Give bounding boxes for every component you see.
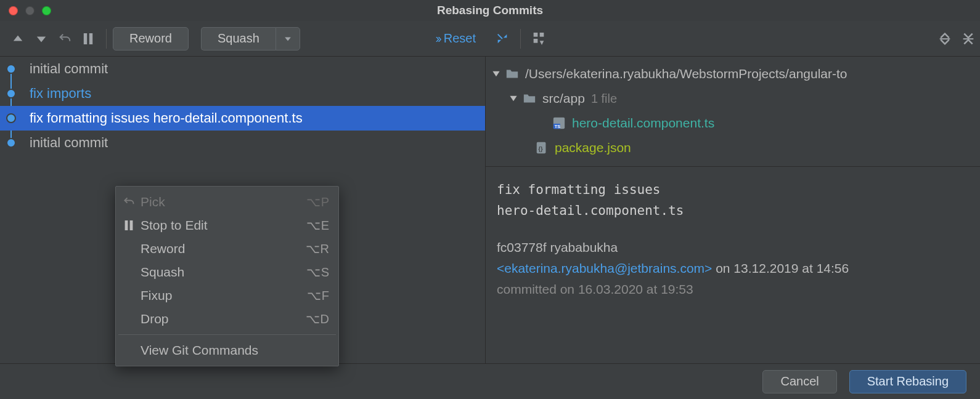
chevron-down-icon[interactable] [491,68,502,79]
commit-node-icon [6,64,16,74]
pause-icon [122,220,136,230]
menu-item-shortcut: ⌥F [307,288,330,303]
commit-full-message-line: hero-detail.component.ts [497,200,969,221]
chevron-down-icon[interactable] [508,93,519,104]
commit-row-selected[interactable]: fix formatting issues hero-detail.compon… [0,106,485,131]
undo-icon [122,196,136,208]
menu-item-label: View Git Commands [141,343,258,358]
menu-item-view-git-commands[interactable]: View Git Commands [116,339,338,362]
rebase-dialog: Rebasing Commits Reword Squash [0,0,980,399]
commit-committed-line: committed on 16.03.2020 at 19:53 [497,279,969,300]
collapse-merge-icon[interactable] [491,27,514,50]
commit-row[interactable]: initial commit [0,131,485,155]
squash-dropdown-icon[interactable] [276,27,300,50]
commit-row[interactable]: fix imports [0,81,485,106]
separator [106,29,107,49]
ts-file-icon: TS [552,116,566,130]
commit-author-email[interactable]: <ekaterina.ryabukha@jetbrains.com> [497,261,712,275]
commit-message: initial commit [30,135,108,151]
grid-view-icon[interactable] [527,27,550,50]
menu-item-shortcut: ⌥S [306,265,330,280]
tree-file-row[interactable]: {} package.json [491,135,974,160]
move-down-icon[interactable] [30,27,53,50]
menu-item-shortcut: ⌥P [306,195,330,209]
svg-text:TS: TS [555,124,560,129]
json-file-icon: {} [535,141,549,155]
move-up-icon[interactable] [6,27,30,50]
squash-button[interactable]: Squash [201,27,276,50]
commit-message: fix formatting issues hero-detail.compon… [30,110,303,126]
expand-all-icon[interactable] [933,27,957,50]
svg-rect-0 [84,33,87,44]
menu-item-drop[interactable]: Drop ⌥D [116,307,338,331]
tree-file-label: package.json [555,140,631,155]
tree-folder-row[interactable]: src/app 1 file [491,86,974,111]
svg-rect-3 [540,33,544,37]
menu-item-label: Squash [141,265,184,280]
start-rebasing-button[interactable]: Start Rebasing [849,370,966,393]
toolbar: Reword Squash ›› Reset [0,21,980,57]
commit-author-line: fc03778f ryababukha [497,237,969,258]
svg-rect-7 [125,220,128,230]
menu-item-label: Fixup [141,288,172,303]
commit-authored-date: on 13.12.2019 at 14:56 [712,261,849,275]
squash-split-button[interactable]: Squash [201,27,300,50]
tree-file-count: 1 file [591,92,617,106]
menu-item-shortcut: ⌥E [306,218,330,233]
menu-item-reword[interactable]: Reword ⌥R [116,237,338,260]
collapse-all-icon[interactable] [957,27,980,50]
commit-row[interactable]: initial commit [0,57,485,81]
cancel-button[interactable]: Cancel [762,370,836,393]
separator [520,29,521,49]
commit-message: fix imports [30,86,91,102]
menu-item-label: Stop to Edit [141,218,208,233]
commit-message: initial commit [30,61,108,77]
tree-file-row[interactable]: TS hero-detail.component.ts [491,111,974,135]
commit-list-pane: initial commit fix imports fix formattin… [0,57,486,363]
commit-node-icon [6,113,16,123]
menu-item-stop-to-edit[interactable]: Stop to Edit ⌥E [116,214,338,237]
commit-full-message-line: fix formatting issues [497,179,969,200]
menu-item-fixup[interactable]: Fixup ⌥F [116,284,338,307]
commit-node-icon [6,89,16,99]
reset-arrows-icon: ›› [435,31,439,46]
commit-author-email-line: <ekaterina.ryabukha@jetbrains.com> on 13… [497,258,969,279]
commit-details: fix formatting issues hero-detail.compon… [486,167,980,312]
menu-item-pick[interactable]: Pick ⌥P [116,190,338,214]
titlebar: Rebasing Commits [0,0,980,21]
context-menu: Pick ⌥P Stop to Edit ⌥E Reword ⌥R Squash [115,186,339,366]
tree-file-label: hero-detail.component.ts [572,116,714,131]
menu-separator [118,334,336,335]
svg-rect-2 [534,33,538,37]
tree-folder-label: src/app [542,91,585,106]
menu-item-squash[interactable]: Squash ⌥S [116,260,338,284]
commit-list: initial commit fix imports fix formattin… [0,57,485,155]
window-title: Rebasing Commits [0,4,980,17]
reset-link[interactable]: ›› Reset [435,31,476,46]
left-toolbar: Reword Squash ›› Reset [0,21,486,56]
tree-path-label: /Users/ekaterina.ryabukha/WebstormProjec… [525,66,847,81]
svg-rect-1 [89,33,92,44]
tree-root-row[interactable]: /Users/ekaterina.ryabukha/WebstormProjec… [491,62,974,86]
menu-item-label: Drop [141,312,169,326]
menu-item-label: Pick [141,195,165,209]
right-toolbar [486,21,980,56]
content-area: initial commit fix imports fix formattin… [0,57,980,363]
commit-node-icon [6,138,16,148]
commit-hash: fc03778f [497,240,547,254]
folder-icon [505,67,519,81]
svg-rect-4 [534,39,538,43]
svg-text:{}: {} [539,146,544,152]
reset-label: Reset [444,31,476,46]
commit-author-name: ryababukha [550,240,618,254]
menu-item-shortcut: ⌥R [306,241,330,256]
pause-icon[interactable] [76,27,100,50]
menu-item-shortcut: ⌥D [306,312,330,326]
undo-icon[interactable] [53,27,76,50]
svg-rect-8 [130,220,133,230]
dialog-footer: Cancel Start Rebasing [0,363,980,399]
menu-item-label: Reword [141,241,185,256]
details-pane: /Users/ekaterina.ryabukha/WebstormProjec… [486,57,980,363]
folder-icon [523,92,536,105]
reword-button[interactable]: Reword [113,27,189,50]
